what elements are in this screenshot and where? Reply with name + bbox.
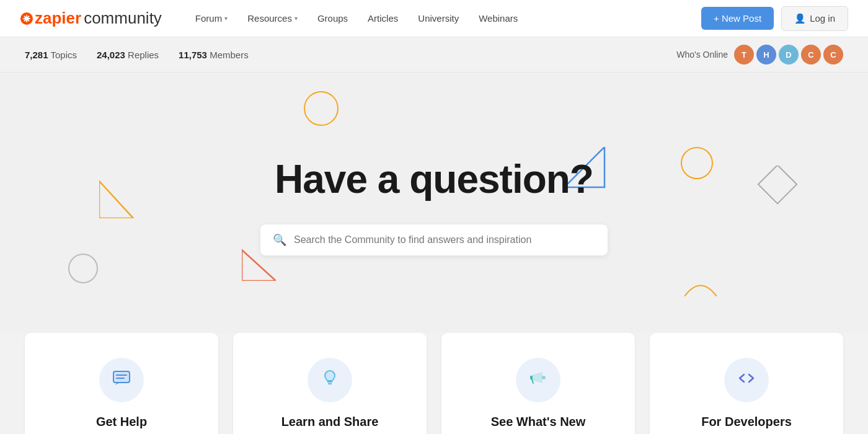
zapier-logo-icon xyxy=(20,12,33,25)
decorative-shape-diamond xyxy=(755,166,800,213)
avatar: T xyxy=(734,45,754,64)
card-whats-new: See What's New Check out the latest Zapi… xyxy=(441,333,635,434)
new-post-button[interactable]: + New Post xyxy=(701,7,774,30)
nav-articles[interactable]: Articles xyxy=(359,8,407,29)
search-bar: 🔍 xyxy=(260,224,608,255)
nav-actions: + New Post 👤 Log in xyxy=(701,6,848,31)
nav-forum[interactable]: Forum ▾ xyxy=(187,8,236,29)
nav-webinars[interactable]: Webinars xyxy=(470,8,526,29)
avatar: C xyxy=(801,45,821,64)
members-stat: 11,753 Members xyxy=(179,50,249,60)
svg-rect-5 xyxy=(113,371,130,383)
decorative-shape-circle-orange-right xyxy=(681,147,713,179)
avatar: C xyxy=(823,45,843,64)
nav-resources[interactable]: Resources ▾ xyxy=(239,8,306,29)
card-title-get-help: Get Help xyxy=(96,415,147,429)
card-developers: For Developers Have technical discussion… xyxy=(650,333,843,434)
search-input[interactable] xyxy=(294,234,595,246)
cards-section: Get Help Find answers to your questions.… xyxy=(0,333,868,434)
code-icon xyxy=(737,368,756,392)
avatar: D xyxy=(779,45,799,64)
chevron-down-icon: ▾ xyxy=(224,15,228,22)
hero-title: Have a question? xyxy=(275,156,593,202)
avatar-stack: T H D C C xyxy=(734,45,843,64)
card-icon-wrap-dev xyxy=(724,358,769,402)
search-icon: 🔍 xyxy=(273,233,286,247)
megaphone-icon xyxy=(528,368,548,392)
lightbulb-icon xyxy=(320,368,340,392)
logo-community-text: community xyxy=(84,9,162,28)
login-button[interactable]: 👤 Log in xyxy=(781,6,848,31)
avatar: H xyxy=(756,45,776,64)
svg-point-13 xyxy=(542,376,546,379)
logo[interactable]: zapier community xyxy=(20,9,162,28)
card-title-dev: For Developers xyxy=(701,415,792,429)
replies-stat: 24,023 Replies xyxy=(97,50,159,60)
card-icon-wrap-learn xyxy=(308,358,352,402)
chevron-down-icon: ▾ xyxy=(294,15,298,22)
decorative-shape-circle-gray xyxy=(68,254,98,283)
nav-university[interactable]: University xyxy=(409,8,467,29)
chat-icon xyxy=(112,368,131,392)
hero-section: Have a question? 🔍 xyxy=(0,73,868,333)
stats-bar: 7,281 Topics 24,023 Replies 11,753 Membe… xyxy=(0,37,868,73)
card-icon-wrap-new xyxy=(516,358,560,402)
decorative-shape-arch-orange xyxy=(682,272,719,302)
nav-groups[interactable]: Groups xyxy=(309,8,356,29)
card-get-help: Get Help Find answers to your questions.… xyxy=(25,333,218,434)
logo-zapier-text: zapier xyxy=(35,9,81,28)
topics-stat: 7,281 Topics xyxy=(25,50,77,60)
nav-links: Forum ▾ Resources ▾ Groups Articles Univ… xyxy=(187,8,701,29)
svg-rect-2 xyxy=(758,166,797,203)
card-title-learn: Learn and Share xyxy=(281,415,379,429)
card-learn-share: Learn and Share Find and share Zapier ti… xyxy=(233,333,427,434)
svg-point-9 xyxy=(326,371,334,380)
user-icon: 👤 xyxy=(794,13,806,24)
navbar: zapier community Forum ▾ Resources ▾ Gro… xyxy=(0,0,868,37)
card-title-new: See What's New xyxy=(491,415,586,429)
decorative-shape-circle-orange xyxy=(304,91,339,126)
svg-marker-3 xyxy=(99,181,133,218)
card-icon-wrap-get-help xyxy=(99,358,144,402)
who-online: Who's Online T H D C C xyxy=(676,45,843,64)
decorative-shape-triangle-orange-left xyxy=(99,178,136,221)
